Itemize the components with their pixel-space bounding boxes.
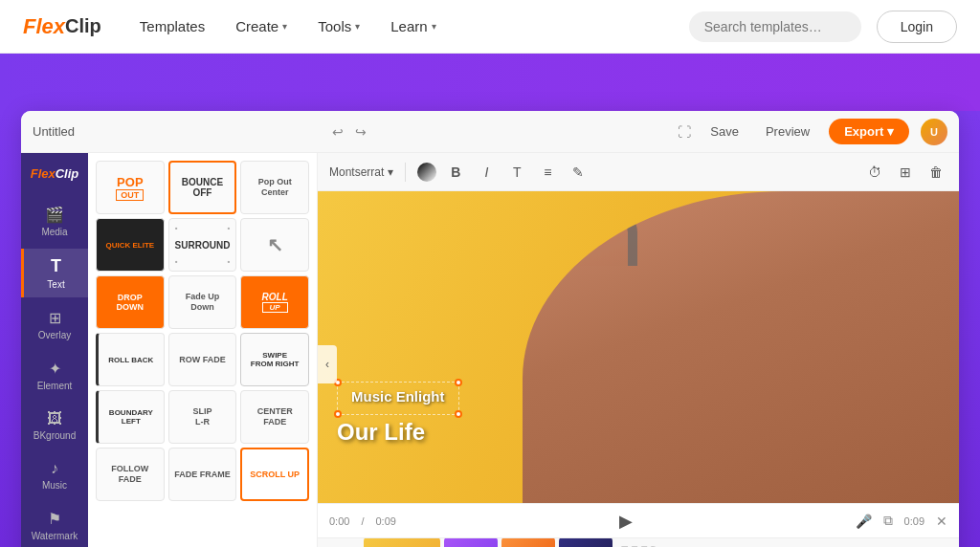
sidebar-item-element[interactable]: ✦ Element <box>21 352 88 399</box>
text-item-bounce[interactable]: BOUNCE OFF <box>168 161 237 214</box>
clip-wrap-photo3: 04 Photo 0:03 <box>559 537 612 547</box>
sidebar-item-music[interactable]: ♪ Music <box>21 452 88 498</box>
timeline-clip-video[interactable]: Music Our Life <box>364 537 440 547</box>
current-time: 0:00 <box>329 515 349 527</box>
nav-tools[interactable]: Tools ▾ <box>318 18 360 34</box>
canvas-content[interactable]: Music Enlight Our Life <box>318 191 959 503</box>
text-item-drop-down[interactable]: DROP DOWN <box>96 275 165 329</box>
timeline-clip-photo3[interactable]: 04 <box>559 537 612 547</box>
text-type-button[interactable]: T <box>505 164 528 180</box>
text-item-row-fade[interactable]: ROW FADE <box>168 333 237 386</box>
total-time: 0:09 <box>375 515 395 527</box>
canvas-text-line2: Our Life <box>337 419 459 446</box>
text-grid: POP OUT BOUNCE OFF Pop OutCenter <box>96 161 309 501</box>
text-item-quick-elite[interactable]: QUICK ELITE <box>96 218 165 272</box>
text-item-fade-frame[interactable]: FADE FRAME <box>168 448 237 501</box>
bkground-icon: 🖼 <box>47 410 62 427</box>
sidebar-item-overlay[interactable]: ⊞ Overlay <box>21 301 88 348</box>
sidebar-left: FlexClip 🎬 Media T Text ⊞ Overlay ✦ Elem… <box>21 153 88 547</box>
chevron-down-icon: ▾ <box>355 21 360 32</box>
timeline-clip-photo1[interactable]: 01 <box>444 537 498 547</box>
handle-br[interactable] <box>455 410 462 418</box>
main-canvas-column: Montserrat ▾ B I T ≡ ✎ ⏱ ⊞ 🗑 <box>318 153 959 547</box>
bold-button[interactable]: B <box>444 164 467 180</box>
handle-bl[interactable] <box>334 410 342 418</box>
italic-button[interactable]: I <box>475 164 498 180</box>
delete-icon[interactable]: 🗑 <box>924 164 947 180</box>
timeline-clip-photo2[interactable]: 02 <box>501 537 555 547</box>
sidebar-item-watermark[interactable]: ⚑ Watermark <box>21 502 88 547</box>
handle-tr[interactable] <box>455 379 462 386</box>
toolbar-row: Montserrat ▾ B I T ≡ ✎ ⏱ ⊞ 🗑 <box>318 153 959 191</box>
canvas-photo: Music Enlight Our Life <box>318 191 959 503</box>
text-item-surround[interactable]: • • • • SURROUND <box>168 218 237 272</box>
text-item-roll-back[interactable]: ROLL BACK <box>96 333 165 386</box>
watermark-icon: ⚑ <box>48 510 61 528</box>
editor-wrap: Untitled ↩ ↪ ⛶ Save Preview Export ▾ U F… <box>0 111 980 547</box>
font-selector[interactable]: Montserrat ▾ <box>329 165 393 179</box>
text-item-boundary-left[interactable]: BOUNDARYLEFT <box>96 390 165 444</box>
nav-templates[interactable]: Templates <box>140 18 205 34</box>
text-item-swipe-right[interactable]: SWIPEFROM RIGHT <box>240 333 309 386</box>
time-separator: / <box>361 515 364 527</box>
timeline: ▶ 0:16 Music Our Life <box>318 537 959 547</box>
mic-icon[interactable]: 🎤 <box>856 514 872 529</box>
top-nav: Flex Clip Templates Create ▾ Tools ▾ Lea… <box>0 0 980 54</box>
element-icon: ✦ <box>49 360 61 378</box>
text-item-pop[interactable]: POP OUT <box>96 161 165 214</box>
text-item-slip-lr[interactable]: SLIPL-R <box>168 390 237 444</box>
timer-icon[interactable]: ⏱ <box>863 164 886 180</box>
text-item-scroll-up[interactable]: SCROLL UP <box>240 448 309 501</box>
play-button[interactable]: ▶ <box>619 511 633 532</box>
align-button[interactable]: ≡ <box>536 164 559 180</box>
edit-button[interactable]: ✎ <box>567 164 590 180</box>
text-item-roll-up[interactable]: ROLL UP <box>240 275 309 329</box>
logo-icon: Flex <box>23 14 65 39</box>
fullscreen-icon[interactable]: ⛶ <box>678 124 691 140</box>
clip-wrap-photo1: 01 Photo 0:09 <box>444 537 498 547</box>
text-item-popout-center[interactable]: Pop OutCenter <box>240 161 309 214</box>
logo[interactable]: Flex Clip <box>23 14 101 39</box>
text-panel: POP OUT BOUNCE OFF Pop OutCenter <box>88 153 318 547</box>
grid-icon[interactable]: ⊞ <box>894 164 917 180</box>
sidebar-item-bkground[interactable]: 🖼 BKground <box>21 403 88 449</box>
redo-button[interactable]: ↪ <box>355 124 367 140</box>
chevron-down-icon: ▾ <box>282 21 287 32</box>
media-icon: 🎬 <box>45 206 64 224</box>
clip-wrap-photo2: 02 Photo 0:03 <box>501 537 555 547</box>
text-item-center-fade[interactable]: CENTERFADE <box>240 390 309 444</box>
hero-band <box>0 54 980 111</box>
canvas-text-overlay: Music Enlight Our Life <box>337 382 459 446</box>
editor-container: Untitled ↩ ↪ ⛶ Save Preview Export ▾ U F… <box>21 111 959 547</box>
time-right-icons: 🎤 ⧉ 0:09 ✕ <box>856 513 947 529</box>
color-picker[interactable] <box>417 163 436 182</box>
text-item-fade-up-down[interactable]: Fade UpDown <box>168 275 237 329</box>
undo-button[interactable]: ↩ <box>332 124 344 140</box>
canvas-area: ‹ <box>318 191 959 537</box>
sidebar-item-media[interactable]: 🎬 Media <box>21 198 88 245</box>
text-item-cursor[interactable]: ↖ <box>240 218 309 272</box>
canvas-text-line1: Music Enlight <box>345 386 451 406</box>
search-input[interactable] <box>689 11 861 42</box>
overlay-icon: ⊞ <box>49 309 61 327</box>
clip-wrap-video: Music Our Life Video 0:16 <box>364 537 440 547</box>
avatar[interactable]: U <box>921 119 947 145</box>
text-icon: T <box>51 256 61 276</box>
sidebar-item-text[interactable]: T Text <box>21 249 88 297</box>
text-item-follow-fade[interactable]: FOLLOWFADE <box>96 448 165 501</box>
music-icon: ♪ <box>51 460 58 477</box>
nav-learn[interactable]: Learn ▾ <box>390 18 435 34</box>
login-button[interactable]: Login <box>877 11 957 43</box>
save-button[interactable]: Save <box>702 120 746 142</box>
nav-create[interactable]: Create ▾ <box>235 18 287 34</box>
screen-icon[interactable]: ⧉ <box>883 513 893 529</box>
toolbar-divider <box>405 163 406 182</box>
scroll-left-arrow[interactable]: ‹ <box>318 345 337 383</box>
font-chevron-icon: ▾ <box>388 165 393 179</box>
document-title: Untitled <box>33 124 321 139</box>
sidebar-logo: FlexClip <box>31 161 79 186</box>
preview-button[interactable]: Preview <box>758 120 817 142</box>
close-icon[interactable]: ✕ <box>936 514 947 529</box>
export-button[interactable]: Export ▾ <box>829 119 909 144</box>
chevron-down-icon: ▾ <box>432 21 436 32</box>
